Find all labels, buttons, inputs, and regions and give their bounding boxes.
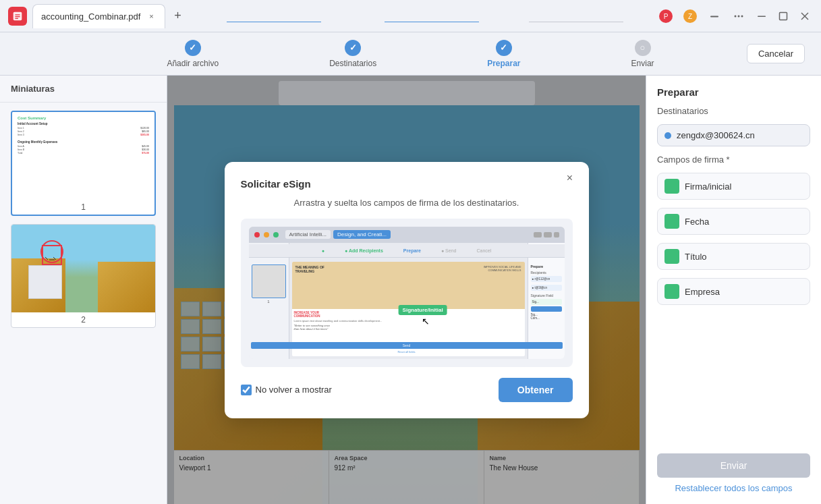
recipient-badge: zengdx@300624.cn bbox=[657, 124, 810, 146]
thumbnail-page-1[interactable]: Cost Summary Initial Account Setup Item … bbox=[11, 111, 156, 216]
reset-fields-link[interactable]: Restablecer todos los campos bbox=[675, 483, 792, 493]
svg-text:P: P bbox=[664, 13, 669, 20]
thumbnail-page-2[interactable]: 2 bbox=[11, 224, 156, 328]
field-company-color bbox=[664, 284, 679, 299]
titlebar-actions: P Z bbox=[656, 7, 813, 26]
field-date-color bbox=[664, 214, 679, 229]
svg-text:Z: Z bbox=[688, 13, 692, 20]
modal-close-button[interactable]: × bbox=[562, 170, 578, 186]
svg-rect-12 bbox=[758, 16, 766, 17]
esign-modal: Solicitar eSign × Arrastra y suelta los … bbox=[225, 162, 589, 418]
panel-title: Preparar bbox=[657, 86, 810, 98]
window-maximize-button[interactable] bbox=[775, 8, 791, 24]
window-close-button[interactable] bbox=[797, 8, 813, 24]
field-signature-color bbox=[664, 179, 679, 194]
tab-bar: accounting_Combinar.pdf × + bbox=[32, 4, 656, 28]
recipient-email: zengdx@300624.cn bbox=[677, 130, 755, 140]
main-layout: Miniaturas Cost Summary Initial Account … bbox=[0, 76, 821, 504]
svg-point-9 bbox=[735, 15, 737, 17]
right-panel: Preparar Destinatarios zengdx@300624.cn … bbox=[646, 76, 821, 504]
step-add-file[interactable]: ✓ Añadir archivo bbox=[167, 40, 219, 68]
modal-description: Arrastra y suelta los campos de firma de… bbox=[241, 198, 573, 208]
step-prepare[interactable]: ✓ Preparar bbox=[487, 40, 520, 68]
app-icon bbox=[8, 7, 27, 26]
no-show-again-checkbox[interactable] bbox=[241, 385, 252, 395]
stepper-bar: ✓ Añadir archivo ✓ Destinatarios ✓ Prepa… bbox=[0, 32, 821, 76]
panel-bottom: Enviar Restablecer todos los campos bbox=[657, 453, 810, 493]
modal-title: Solicitar eSign bbox=[241, 178, 573, 190]
user-icon-1[interactable]: P bbox=[656, 7, 675, 26]
mini-ui-preview: Artificial Intelli... Design, and Creati… bbox=[249, 227, 565, 359]
svg-rect-2 bbox=[15, 16, 20, 17]
step-3-label: Preparar bbox=[487, 59, 520, 68]
obtener-button[interactable]: Obtener bbox=[499, 378, 573, 402]
step-4-label: Enviar bbox=[631, 59, 654, 68]
signature-tooltip: Signature/Initial bbox=[399, 305, 447, 315]
svg-line-18 bbox=[53, 257, 56, 260]
field-title-label: Título bbox=[685, 252, 707, 262]
thumbnail-1-number: 1 bbox=[12, 200, 154, 215]
svg-point-10 bbox=[738, 15, 740, 17]
new-tab-button[interactable]: + bbox=[168, 7, 187, 26]
cursor-icon: ↖ bbox=[422, 316, 430, 327]
sidebar: Miniaturas Cost Summary Initial Account … bbox=[0, 76, 167, 504]
user-icon-2[interactable]: Z bbox=[681, 7, 700, 26]
thumb1-cost-summary: Cost Summary bbox=[18, 116, 149, 120]
title-bar: accounting_Combinar.pdf × + P Z bbox=[0, 0, 821, 32]
mini-right-panel: Prepare Recipients ● r@112@cn ● t@3l@cn … bbox=[528, 243, 565, 359]
minimize-window-icon[interactable] bbox=[705, 7, 724, 26]
field-date[interactable]: Fecha bbox=[657, 208, 810, 235]
svg-point-16 bbox=[41, 241, 63, 262]
modal-footer: No volver a mostrar Obtener bbox=[241, 378, 573, 402]
no-show-again-label[interactable]: No volver a mostrar bbox=[241, 385, 332, 395]
step-line-2 bbox=[385, 22, 479, 22]
step-recipients[interactable]: ✓ Destinatarios bbox=[329, 40, 376, 68]
window-controls bbox=[754, 8, 813, 24]
window-minimize-button[interactable] bbox=[754, 8, 770, 24]
active-tab[interactable]: accounting_Combinar.pdf × bbox=[32, 4, 165, 28]
step-line-1 bbox=[227, 22, 321, 22]
svg-rect-8 bbox=[710, 16, 718, 17]
modal-preview-image: Artificial Intelli... Design, and Creati… bbox=[241, 219, 573, 367]
cancel-button[interactable]: Cancelar bbox=[747, 44, 805, 63]
thumbnail-1-image: Cost Summary Initial Account Setup Item … bbox=[12, 112, 154, 200]
step-4-circle: ○ bbox=[635, 40, 651, 56]
sidebar-content: Cost Summary Initial Account Setup Item … bbox=[0, 103, 167, 504]
step-1-label: Añadir archivo bbox=[167, 59, 219, 68]
content-area: Location Viewport 1 Area Space 912 m² Na… bbox=[167, 76, 646, 504]
step-send[interactable]: ○ Enviar bbox=[631, 40, 654, 68]
svg-rect-1 bbox=[15, 14, 20, 15]
step-2-label: Destinatarios bbox=[329, 59, 376, 68]
modal-overlay: Solicitar eSign × Arrastra y suelta los … bbox=[167, 76, 646, 504]
step-line-3 bbox=[529, 22, 623, 22]
field-company-label: Empresa bbox=[685, 287, 720, 297]
svg-rect-3 bbox=[15, 18, 18, 18]
thumbnail-2-number: 2 bbox=[11, 312, 155, 327]
signature-fields-label: Campos de firma * bbox=[657, 155, 810, 165]
field-title-color bbox=[664, 249, 679, 264]
send-button[interactable]: Enviar bbox=[657, 453, 810, 478]
svg-rect-13 bbox=[780, 12, 787, 20]
mini-bar: Artificial Intelli... Design, and Creati… bbox=[249, 227, 565, 243]
field-signature[interactable]: Firma/inicial bbox=[657, 173, 810, 200]
more-options-icon[interactable] bbox=[729, 7, 748, 26]
step-3-circle: ✓ bbox=[496, 40, 512, 56]
svg-point-11 bbox=[741, 15, 743, 17]
mini-content: ● ● Add Recipients Prepare ● Send Cancel… bbox=[249, 243, 565, 359]
sidebar-title: Miniaturas bbox=[0, 76, 167, 103]
step-2-circle: ✓ bbox=[345, 40, 361, 56]
recipients-label: Destinatarios bbox=[657, 106, 810, 116]
tab-label: accounting_Combinar.pdf bbox=[41, 11, 140, 22]
field-company[interactable]: Empresa bbox=[657, 278, 810, 305]
svg-line-17 bbox=[45, 257, 48, 260]
tab-close-button[interactable]: × bbox=[146, 11, 157, 22]
field-title[interactable]: Título bbox=[657, 243, 810, 270]
field-date-label: Fecha bbox=[685, 217, 709, 227]
thumbnail-2-image bbox=[11, 225, 155, 312]
step-1-circle: ✓ bbox=[185, 40, 201, 56]
field-signature-label: Firma/inicial bbox=[685, 181, 731, 192]
recipient-status-dot bbox=[664, 132, 671, 139]
